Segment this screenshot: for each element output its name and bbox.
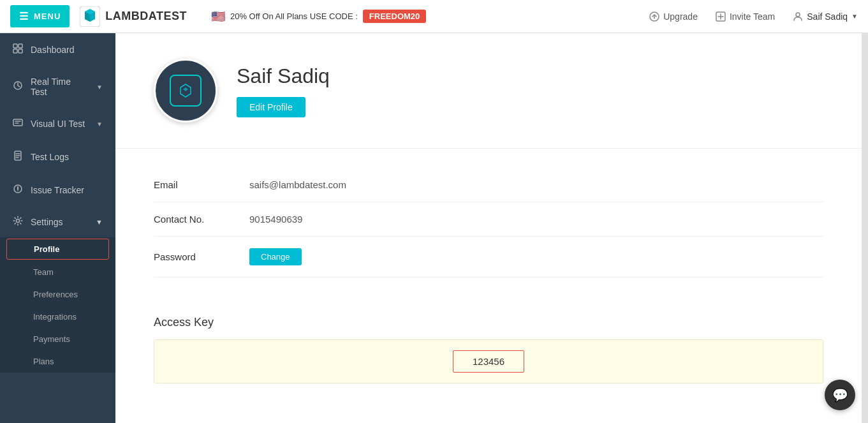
chat-button[interactable]: 💬 xyxy=(825,380,855,410)
sidebar-label-dashboard: Dashboard xyxy=(31,45,75,55)
contact-value: 9015490639 xyxy=(249,214,302,225)
sidebar-subitem-integrations[interactable]: Integrations xyxy=(0,306,115,328)
logo-area: LAMBDATEST 🇺🇸 20% Off On All Plans USE C… xyxy=(80,6,649,27)
logo-icon xyxy=(80,6,100,27)
sidebar-item-issue-tracker[interactable]: Issue Tracker xyxy=(0,174,115,207)
profile-name: Saif Sadiq xyxy=(237,64,330,88)
test-logs-icon xyxy=(13,151,23,163)
svg-rect-5 xyxy=(18,44,22,48)
sidebar-label-realtime: Real Time Test xyxy=(31,77,89,97)
upgrade-label: Upgrade xyxy=(663,11,698,22)
sidebar-item-visual-ui[interactable]: Visual UI Test ▼ xyxy=(0,107,115,140)
avatar xyxy=(154,59,217,122)
sidebar-item-test-logs[interactable]: Test Logs xyxy=(0,140,115,174)
sidebar-subitem-profile[interactable]: Profile xyxy=(6,239,109,260)
avatar-icon xyxy=(170,75,202,107)
access-key-box: 123456 xyxy=(154,339,823,383)
settings-icon xyxy=(13,216,23,228)
password-label: Password xyxy=(154,251,249,262)
header: ☰ MENU LAMBDATEST 🇺🇸 20% Off On All Plan… xyxy=(0,0,868,33)
upgrade-button[interactable]: Upgrade xyxy=(649,11,698,22)
integrations-subitem-label: Integrations xyxy=(33,312,77,322)
user-dropdown-arrow: ▼ xyxy=(851,13,858,20)
payments-subitem-label: Payments xyxy=(33,334,70,344)
sidebar-subitem-preferences[interactable]: Preferences xyxy=(0,283,115,306)
user-name: Saif Sadiq xyxy=(807,11,848,22)
sidebar-label-test-logs: Test Logs xyxy=(31,152,69,162)
sidebar-label-issue-tracker: Issue Tracker xyxy=(31,185,84,195)
sidebar: Dashboard Real Time Test ▼ Visual UI Tes… xyxy=(0,33,115,423)
preferences-subitem-label: Preferences xyxy=(33,290,78,299)
email-value: saifs@lambdatest.com xyxy=(249,179,346,190)
sidebar-subitem-plans[interactable]: Plans xyxy=(0,350,115,373)
profile-info: Saif Sadiq Edit Profile xyxy=(237,64,330,117)
email-field-row: Email saifs@lambdatest.com xyxy=(154,168,823,202)
access-key-section: Access Key 123456 xyxy=(115,297,862,403)
email-label: Email xyxy=(154,179,249,190)
visual-ui-icon xyxy=(13,117,23,130)
svg-point-13 xyxy=(17,219,20,223)
sidebar-label-visual-ui: Visual UI Test xyxy=(31,119,85,129)
menu-button[interactable]: ☰ MENU xyxy=(10,5,70,27)
svg-rect-6 xyxy=(13,49,17,53)
realtime-icon xyxy=(13,80,23,93)
sidebar-item-realtime[interactable]: Real Time Test ▼ xyxy=(0,66,115,107)
issue-tracker-icon xyxy=(13,184,23,197)
sidebar-label-settings: Settings xyxy=(31,217,63,227)
sidebar-subitem-payments[interactable]: Payments xyxy=(0,328,115,350)
contact-field-row: Contact No. 9015490639 xyxy=(154,202,823,237)
hamburger-icon: ☰ xyxy=(19,10,29,22)
svg-point-12 xyxy=(17,190,18,191)
realtime-chevron: ▼ xyxy=(96,84,103,91)
promo-text: 20% Off On All Plans USE CODE : xyxy=(230,11,358,21)
logo-text: LAMBDATEST xyxy=(105,10,187,23)
menu-label: MENU xyxy=(34,11,61,21)
invite-team-icon xyxy=(716,11,726,22)
svg-rect-9 xyxy=(13,119,22,126)
sidebar-item-dashboard[interactable]: Dashboard xyxy=(0,33,115,66)
edit-profile-button[interactable]: Edit Profile xyxy=(237,97,305,117)
header-actions: Upgrade Invite Team Saif Sadiq ▼ xyxy=(649,11,858,22)
svg-rect-4 xyxy=(13,44,17,48)
profile-fields: Email saifs@lambdatest.com Contact No. 9… xyxy=(115,149,862,297)
app-body: Dashboard Real Time Test ▼ Visual UI Tes… xyxy=(0,33,868,423)
profile-subitem-label: Profile xyxy=(34,244,59,254)
change-password-button[interactable]: Change xyxy=(249,248,302,265)
settings-submenu: Profile Team Preferences Integrations Pa… xyxy=(0,237,115,373)
flag-icon: 🇺🇸 xyxy=(211,10,225,24)
sidebar-subitem-team[interactable]: Team xyxy=(0,261,115,283)
access-key-title: Access Key xyxy=(154,316,823,329)
contact-label: Contact No. xyxy=(154,214,249,225)
settings-chevron: ▼ xyxy=(96,218,103,226)
scrollbar-track xyxy=(862,33,868,423)
promo-code: FREEDOM20 xyxy=(363,10,426,23)
user-menu[interactable]: Saif Sadiq ▼ xyxy=(793,11,858,22)
plans-subitem-label: Plans xyxy=(33,357,54,366)
dashboard-icon xyxy=(13,43,23,56)
profile-header: Saif Sadiq Edit Profile xyxy=(115,33,862,149)
upgrade-icon xyxy=(649,11,659,22)
access-key-value[interactable]: 123456 xyxy=(453,350,524,373)
user-icon xyxy=(793,11,803,22)
invite-team-label: Invite Team xyxy=(730,11,775,22)
main-content: Saif Sadiq Edit Profile Email saifs@lamb… xyxy=(115,33,862,423)
password-field-row: Password Change xyxy=(154,237,823,278)
promo-banner: 🇺🇸 20% Off On All Plans USE CODE : FREED… xyxy=(211,10,426,24)
team-subitem-label: Team xyxy=(33,267,54,277)
invite-team-button[interactable]: Invite Team xyxy=(716,11,775,22)
chat-icon: 💬 xyxy=(832,387,848,403)
sidebar-item-settings[interactable]: Settings ▼ xyxy=(0,207,115,237)
visual-ui-chevron: ▼ xyxy=(96,121,103,128)
svg-rect-7 xyxy=(18,49,22,53)
svg-point-3 xyxy=(796,13,800,17)
